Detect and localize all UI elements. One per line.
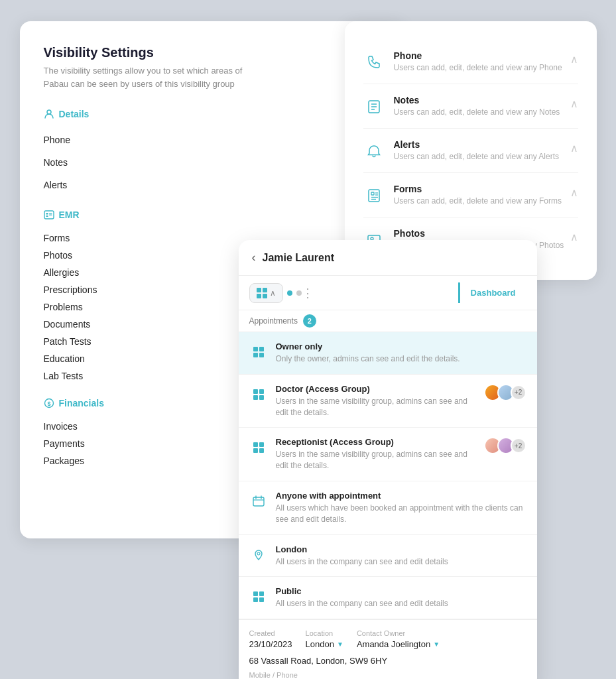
address-field: 68 Vassall Road, London, SW9 6HY xyxy=(249,656,526,666)
notes-toggle-row: Notes ✓ xyxy=(44,151,381,174)
details-section-heading: Details xyxy=(44,109,381,119)
svg-rect-5 xyxy=(49,215,52,216)
owner-grid-icon xyxy=(249,343,268,361)
jamie-card: ‹ Jamie Laurent ∧ ⋮ Dashboard xyxy=(239,240,537,679)
alerts-icon xyxy=(363,141,385,162)
info-phone-title: Phone xyxy=(394,50,562,61)
svg-rect-2 xyxy=(46,213,48,215)
info-alerts-row[interactable]: Alerts Users can add, edit, delete and v… xyxy=(363,129,578,173)
london-sub: All users in the company can see and edi… xyxy=(276,556,448,568)
location-value: London xyxy=(306,639,334,649)
contact-owner-select[interactable]: Amanda Joelington ▼ xyxy=(357,639,440,649)
appointments-bar: Appointments 2 xyxy=(239,310,537,332)
visibility-option-public[interactable]: Public All users in the company can see … xyxy=(239,577,537,619)
emr-section-heading: EMR xyxy=(44,210,381,220)
phone-icon xyxy=(363,52,385,73)
footer-info-row: Created 23/10/2023 Location London ▼ Con… xyxy=(249,629,526,649)
receptionist-grid-icon xyxy=(249,438,268,457)
svg-rect-4 xyxy=(49,213,52,214)
info-photos-title: Photos xyxy=(394,228,564,239)
pagination-dots xyxy=(287,290,302,296)
doctor-title: Doctor (Access Group) xyxy=(276,384,476,394)
phone-label: Phone xyxy=(44,135,70,145)
created-field: Created 23/10/2023 xyxy=(249,629,292,649)
contact-owner-value: Amanda Joelington xyxy=(357,639,430,649)
created-label: Created xyxy=(249,629,292,637)
visibility-option-london[interactable]: London All users in the company can see … xyxy=(239,535,537,578)
info-forms-row[interactable]: Forms Users can add, edit, delete and vi… xyxy=(363,173,578,217)
created-value: 23/10/2023 xyxy=(249,639,292,649)
dot-active xyxy=(287,290,292,296)
info-phone-row[interactable]: Phone Users can add, edit, delete and vi… xyxy=(363,40,578,84)
avatar-plus-2: +2 xyxy=(511,438,526,454)
info-notes-row[interactable]: Notes Users can add, edit, delete and vi… xyxy=(363,84,578,129)
public-title: Public xyxy=(276,586,448,596)
back-button[interactable]: ‹ xyxy=(252,251,256,265)
notes-chevron-icon: ∧ xyxy=(570,97,578,110)
doctor-sub: Users in the same visibility group, admi… xyxy=(276,396,476,418)
info-forms-sub: Users can add, edit, delete and view any… xyxy=(394,196,562,206)
details-icon xyxy=(44,109,54,119)
appointments-label: Appointments xyxy=(249,316,298,326)
svg-rect-12 xyxy=(369,190,379,202)
owner-title: Owner only xyxy=(276,341,460,351)
visibility-option-anyone[interactable]: Anyone with appointment All users which … xyxy=(239,481,537,535)
emr-heading-label: EMR xyxy=(59,210,80,220)
dot-inactive xyxy=(296,290,302,296)
anyone-calendar-icon xyxy=(249,492,268,511)
appointments-badge: 2 xyxy=(303,314,316,328)
svg-rect-13 xyxy=(371,192,374,195)
financials-heading-label: Financials xyxy=(59,398,104,408)
london-title: London xyxy=(276,544,448,554)
public-grid-icon xyxy=(249,587,268,606)
jamie-header: ‹ Jamie Laurent xyxy=(239,240,537,276)
location-label: Location xyxy=(306,629,343,637)
anyone-sub: All users which have been booked an appo… xyxy=(276,503,526,525)
financials-icon: $ xyxy=(44,398,54,408)
dashboard-tab[interactable]: Dashboard xyxy=(458,282,526,303)
visibility-option-doctor[interactable]: Doctor (Access Group) Users in the same … xyxy=(239,375,537,428)
info-phone-sub: Users can add, edit, delete and view any… xyxy=(394,63,562,72)
visibility-options-list: Owner only Only the owner, admins can se… xyxy=(239,332,537,619)
svg-rect-20 xyxy=(253,497,264,506)
jamie-name-title: Jamie Laurent xyxy=(263,252,334,264)
visibility-option-owner[interactable]: Owner only Only the owner, admins can se… xyxy=(239,332,537,375)
mobile-label: Mobile / Phone xyxy=(249,671,526,679)
card-subtitle: The visibility settings allow you to set… xyxy=(44,64,269,90)
forms-chevron-icon: ∧ xyxy=(570,186,578,199)
owner-sub: Only the owner, admins can see and edit … xyxy=(276,353,460,365)
info-forms-title: Forms xyxy=(394,184,562,194)
location-arrow-icon: ▼ xyxy=(337,641,343,648)
receptionist-sub: Users in the same visibility group, admi… xyxy=(276,449,476,471)
svg-point-0 xyxy=(47,110,51,114)
photos-chevron-icon: ∧ xyxy=(570,231,578,243)
doctor-avatars: +2 xyxy=(484,384,526,401)
info-notes-sub: Users can add, edit, delete and view any… xyxy=(394,107,560,117)
location-field[interactable]: Location London ▼ xyxy=(306,629,343,649)
details-heading-label: Details xyxy=(59,109,90,119)
emr-icon xyxy=(44,210,54,220)
info-notes-title: Notes xyxy=(394,95,560,105)
alerts-chevron-icon: ∧ xyxy=(570,142,578,154)
alerts-toggle-row: Alerts ✓ xyxy=(44,174,381,196)
card-title: Visibility Settings xyxy=(44,45,381,60)
visibility-option-receptionist[interactable]: Receptionist (Access Group) Users in the… xyxy=(239,428,537,481)
forms-icon xyxy=(363,185,385,206)
anyone-title: Anyone with appointment xyxy=(276,491,526,501)
london-pin-icon xyxy=(249,546,268,564)
view-toggle-button[interactable]: ∧ xyxy=(249,283,283,303)
receptionist-avatars: +2 xyxy=(484,437,526,454)
avatar-plus: +2 xyxy=(511,385,526,401)
svg-point-24 xyxy=(257,552,260,555)
notes-label: Notes xyxy=(44,157,68,168)
grid-icon xyxy=(257,288,267,298)
phone-toggle-row: Phone ✓ xyxy=(44,129,381,151)
location-select[interactable]: London ▼ xyxy=(306,639,343,649)
info-alerts-sub: Users can add, edit, delete and view any… xyxy=(394,152,559,161)
info-alerts-title: Alerts xyxy=(394,139,559,150)
contact-owner-arrow-icon: ▼ xyxy=(433,641,440,648)
jamie-toolbar: ∧ ⋮ Dashboard xyxy=(239,276,537,310)
alerts-label: Alerts xyxy=(44,180,68,190)
contact-owner-field[interactable]: Contact Owner Amanda Joelington ▼ xyxy=(357,629,440,649)
more-options-button[interactable]: ⋮ xyxy=(302,286,314,300)
